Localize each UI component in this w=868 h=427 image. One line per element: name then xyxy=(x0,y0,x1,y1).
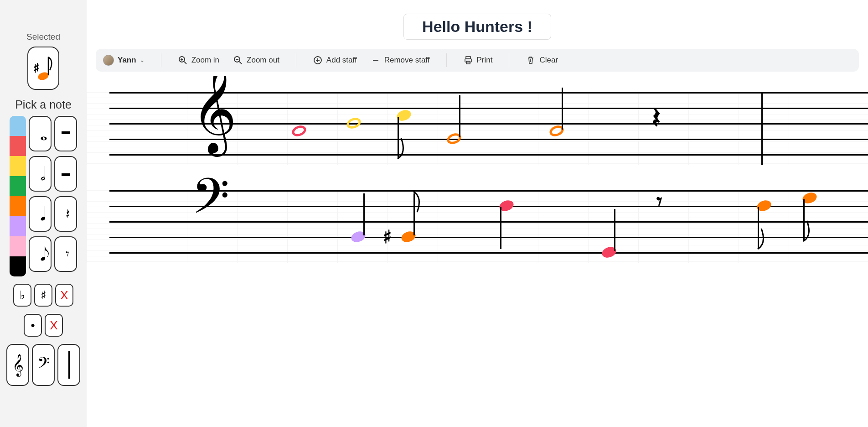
eighth-rest-button[interactable]: 𝄾 xyxy=(54,236,77,272)
treble-clef-button[interactable]: 𝄞 xyxy=(6,344,29,386)
color-swatch[interactable] xyxy=(10,196,26,216)
treble-clef: 𝄞 xyxy=(191,76,237,147)
note[interactable] xyxy=(351,232,366,242)
toolbar: Yann ⌄ Zoom in Zoom out Add staff Remove… xyxy=(96,49,859,72)
color-swatch[interactable] xyxy=(10,236,26,256)
zoom-in-icon xyxy=(178,55,188,65)
dot-row: • X xyxy=(24,314,63,337)
sharp-accidental: ♯ xyxy=(383,226,392,247)
sharp-button[interactable]: ♯ xyxy=(34,284,52,307)
dot-button[interactable]: • xyxy=(24,314,42,337)
color-swatch[interactable] xyxy=(10,156,26,176)
plus-circle-icon xyxy=(313,55,323,65)
barline xyxy=(761,92,763,165)
score-canvas[interactable]: 𝄞𝄽𝄢♯𝄾 xyxy=(87,76,868,427)
note[interactable] xyxy=(401,232,416,242)
clear-button[interactable]: Clear xyxy=(526,55,558,65)
color-swatch[interactable] xyxy=(10,256,26,276)
whole-rest-button[interactable] xyxy=(54,116,77,151)
note-palette: 𝅝𝅗𝅥𝅘𝅥𝅘𝅥𝅮𝄽𝄾 xyxy=(10,116,77,276)
user-name: Yann xyxy=(118,56,136,65)
zoom-in-button[interactable]: Zoom in xyxy=(178,55,219,65)
staff[interactable]: 𝄢♯𝄾 xyxy=(87,190,868,263)
note[interactable] xyxy=(346,118,361,128)
note[interactable] xyxy=(397,110,411,120)
score-title[interactable]: Hello Hunters ! xyxy=(403,14,551,40)
color-swatch[interactable] xyxy=(10,216,26,236)
zoom-out-button[interactable]: Zoom out xyxy=(233,55,279,65)
bass-clef-button[interactable]: 𝄢 xyxy=(32,344,55,386)
selected-label: Selected xyxy=(26,32,60,42)
color-swatch[interactable] xyxy=(10,116,26,136)
flat-button[interactable]: ♭ xyxy=(13,284,31,307)
bass-clef: 𝄢 xyxy=(191,173,230,232)
color-swatch[interactable] xyxy=(10,136,26,156)
note[interactable] xyxy=(292,126,306,136)
remove-staff-button[interactable]: Remove staff xyxy=(371,55,430,65)
eighth-note-button[interactable]: 𝅘𝅥𝅮 xyxy=(29,236,52,272)
svg-rect-8 xyxy=(466,61,470,64)
accidentals-row: ♭ ♯ X xyxy=(13,284,73,307)
main-area: Hello Hunters ! Yann ⌄ Zoom in Zoom out … xyxy=(87,0,868,427)
svg-rect-2 xyxy=(62,173,70,176)
half-rest-button[interactable] xyxy=(54,156,77,192)
staff[interactable]: 𝄞𝄽 xyxy=(87,92,868,165)
user-menu[interactable]: Yann ⌄ xyxy=(103,55,145,66)
note[interactable] xyxy=(549,126,564,136)
note[interactable] xyxy=(447,134,461,144)
minus-icon xyxy=(371,55,381,65)
whole-note-button[interactable]: 𝅝 xyxy=(29,116,52,151)
svg-rect-1 xyxy=(62,131,70,134)
print-icon xyxy=(463,55,473,65)
svg-rect-7 xyxy=(465,59,471,62)
half-note-button[interactable]: 𝅗𝅥 xyxy=(29,156,52,192)
trash-icon xyxy=(526,55,536,65)
clear-accidental-button[interactable]: X xyxy=(55,284,73,307)
selected-note-preview: ♯ xyxy=(27,47,59,90)
clear-dot-button[interactable]: X xyxy=(45,314,63,337)
clef-row: 𝄞 𝄢 xyxy=(6,344,80,386)
sidebar: Selected ♯ Pick a note 𝅝𝅗𝅥𝅘𝅥𝅘𝅥𝅮𝄽𝄾 ♭ ♯ X … xyxy=(0,0,87,427)
avatar xyxy=(103,55,114,66)
note[interactable] xyxy=(602,247,616,257)
quarter-note-button[interactable]: 𝅘𝅥 xyxy=(29,196,52,232)
quarter-rest-button[interactable]: 𝄽 xyxy=(54,196,77,232)
note[interactable] xyxy=(802,193,817,203)
barline-button[interactable] xyxy=(57,344,80,386)
zoom-out-icon xyxy=(233,55,243,65)
note[interactable] xyxy=(499,201,514,211)
color-swatch[interactable] xyxy=(10,176,26,196)
chevron-down-icon: ⌄ xyxy=(140,57,145,63)
pick-a-note-label: Pick a note xyxy=(15,98,72,111)
note[interactable] xyxy=(757,201,771,211)
print-button[interactable]: Print xyxy=(463,55,493,65)
add-staff-button[interactable]: Add staff xyxy=(313,55,357,65)
